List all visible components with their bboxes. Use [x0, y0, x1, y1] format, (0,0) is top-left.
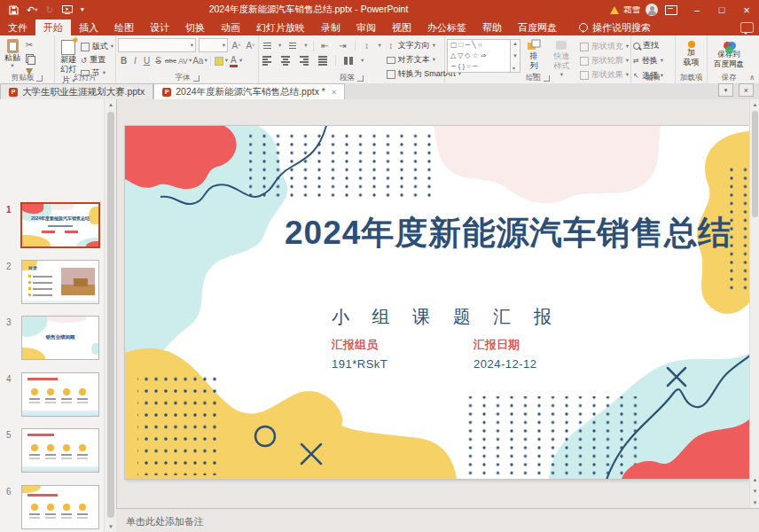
increase-indent-icon[interactable]: ⇥ — [337, 40, 349, 51]
decrease-indent-icon[interactable]: ⇤ — [319, 40, 332, 51]
tab-draw[interactable]: 绘图 — [106, 20, 142, 35]
slide-subtitle-textbox[interactable]: 小 组 课 题 汇 报 — [332, 305, 560, 329]
document-tab-inactive[interactable]: P 大学生职业生涯规划大赛.pptx — [0, 83, 153, 99]
slide-thumbnail-5[interactable] — [21, 428, 99, 473]
font-dialog-launcher[interactable] — [193, 75, 200, 82]
drawing-dialog-launcher[interactable] — [544, 75, 550, 82]
slide-thumbnail-2[interactable]: 目录 — [21, 260, 99, 304]
text-shadow-button[interactable]: abc — [164, 55, 177, 66]
shape-fill-button[interactable]: 形状填充▾ — [580, 41, 629, 52]
slide-thumbnail-6[interactable] — [21, 485, 99, 529]
comment-icon[interactable] — [740, 22, 754, 33]
save-icon[interactable] — [9, 5, 19, 15]
bullets-icon[interactable] — [261, 40, 273, 51]
shapes-gallery-scroll[interactable]: ▲ ▼ ▾ — [511, 39, 520, 73]
slide-title-textbox[interactable]: 2024年度新能源汽车销售总结 — [285, 211, 732, 255]
find-button[interactable]: 查找 — [633, 40, 673, 51]
clipboard-dialog-launcher[interactable] — [36, 75, 43, 82]
slide-thumbnail-1[interactable]: 2024年度新能源汽车销售总结 — [20, 202, 100, 248]
paragraph-dialog-launcher[interactable] — [357, 75, 364, 82]
customize-qat-button[interactable]: ▾ — [81, 6, 84, 13]
slide-canvas[interactable]: 2024年度新能源汽车销售总结 小 组 课 题 汇 报 汇报组员 191*RSk… — [125, 126, 749, 479]
scroll-down-icon[interactable]: ▼ — [105, 521, 117, 532]
underline-button[interactable]: U — [141, 55, 153, 66]
tab-file[interactable]: 文件 — [0, 20, 35, 35]
tab-review[interactable]: 审阅 — [348, 20, 384, 35]
account-avatar[interactable] — [646, 4, 658, 16]
align-right-icon[interactable] — [298, 55, 310, 66]
tab-help[interactable]: 帮助 — [474, 20, 510, 35]
previous-slide-button[interactable]: ▲ — [750, 474, 759, 485]
warning-icon[interactable] — [610, 6, 619, 14]
reset-button[interactable]: ↺重置 — [81, 54, 113, 66]
font-name-combobox[interactable]: ▾ — [118, 38, 196, 52]
tab-view[interactable]: 视图 — [384, 20, 419, 35]
tab-insert[interactable]: 插入 — [71, 20, 106, 35]
scrollbar-thumb[interactable] — [752, 111, 758, 217]
tab-transitions[interactable]: 切换 — [177, 20, 213, 35]
line-spacing-icon[interactable]: ↕ — [361, 40, 373, 51]
scroll-up-icon[interactable]: ▲ — [105, 99, 117, 110]
decrease-font-size-button[interactable]: A˅ — [245, 40, 256, 51]
align-left-icon[interactable] — [261, 55, 273, 66]
new-slide-icon — [61, 40, 75, 55]
paste-button[interactable]: 粘贴 ▾ — [2, 38, 23, 70]
tab-slideshow[interactable]: 幻灯片放映 — [248, 20, 313, 35]
ribbon-group-save: 保存到 百度网盘 保存 — [708, 35, 750, 83]
save-to-baidu-button[interactable]: 保存到 百度网盘 — [709, 38, 748, 69]
columns-icon[interactable] — [342, 55, 355, 66]
slide-member-textbox[interactable]: 汇报组员 191*RSkT — [332, 337, 387, 371]
scrollbar-thumb[interactable] — [107, 112, 114, 518]
replace-button[interactable]: ⇄替换▾ — [633, 55, 673, 66]
align-center-icon[interactable] — [279, 55, 292, 66]
tab-design[interactable]: 设计 — [142, 20, 177, 35]
tell-me-search[interactable]: 操作说明搜索 — [570, 20, 660, 35]
highlight-color-button[interactable] — [214, 55, 225, 66]
document-tab-active[interactable]: P 2024年度新能源汽车销售总结.pptx * × — [153, 83, 345, 99]
copy-icon[interactable] — [23, 52, 35, 64]
next-slide-button[interactable]: ▼ — [750, 486, 759, 497]
numbering-icon[interactable] — [286, 40, 299, 51]
increase-font-size-button[interactable]: A˄ — [231, 40, 242, 51]
scroll-up-icon[interactable]: ▲ — [750, 99, 759, 110]
undo-button[interactable]: ↶▾ — [27, 5, 37, 15]
close-document-icon[interactable]: × — [332, 88, 336, 97]
slide-thumbnail-3[interactable]: 销售业绩回顾 — [21, 316, 99, 360]
font-size-combobox[interactable]: ▾ — [199, 38, 228, 52]
tab-baidu-netdisk[interactable]: 百度网盘 — [510, 20, 565, 35]
account-name[interactable]: 霜雪 — [623, 4, 640, 16]
bold-button[interactable]: B — [118, 55, 129, 66]
powerpoint-file-icon: P — [9, 88, 18, 97]
cut-icon[interactable]: ✂ — [23, 39, 35, 51]
tab-officetab[interactable]: 办公标签 — [419, 20, 474, 35]
collapse-ribbon-button[interactable]: ∧ — [749, 74, 755, 82]
strikethrough-button[interactable]: S — [153, 55, 164, 66]
ribbon-group-editing: 查找 ⇄替换▾ ↖选择▾ 编辑 — [631, 35, 676, 83]
italic-button[interactable]: I — [129, 55, 141, 66]
maximize-button[interactable]: □ — [709, 0, 734, 20]
close-button[interactable]: × — [734, 0, 759, 20]
justify-icon[interactable] — [317, 55, 329, 66]
start-slideshow-button[interactable] — [62, 5, 73, 14]
tab-record[interactable]: 录制 — [313, 20, 348, 35]
slide-date-textbox[interactable]: 汇报日期 2024-12-12 — [473, 337, 537, 371]
character-spacing-button[interactable]: AV — [177, 55, 189, 66]
change-case-button[interactable]: Aa — [192, 55, 204, 66]
scroll-down-icon[interactable]: ▼ — [750, 497, 759, 508]
layout-button[interactable]: 版式▾ — [81, 41, 113, 52]
addins-button[interactable]: 加 载项 — [677, 38, 705, 69]
slide-thumbnail-4[interactable] — [21, 372, 99, 417]
redo-button[interactable]: ↻ — [45, 5, 53, 15]
ribbon-display-options-button[interactable] — [658, 0, 685, 20]
tab-list-dropdown-button[interactable]: ▾ — [718, 83, 733, 97]
main-scrollbar: ▲ ▲ ▼ ▼ — [749, 99, 759, 508]
tab-home[interactable]: 开始 — [35, 20, 71, 35]
minimize-button[interactable]: – — [685, 0, 709, 20]
font-color-button[interactable]: A — [228, 55, 239, 66]
shapes-gallery[interactable]: ▢□─╲○ △▽◇☆⇒ ∼{}○─ — [447, 39, 511, 73]
slide-editing-area[interactable]: 2024年度新能源汽车销售总结 小 组 课 题 汇 报 汇报组员 191*RSk… — [116, 99, 749, 508]
shape-outline-button[interactable]: 形状轮廓▾ — [580, 55, 629, 66]
close-all-tabs-button[interactable]: × — [739, 83, 754, 97]
notes-pane[interactable]: 单击此处添加备注 — [116, 508, 759, 532]
tab-animations[interactable]: 动画 — [213, 20, 248, 35]
